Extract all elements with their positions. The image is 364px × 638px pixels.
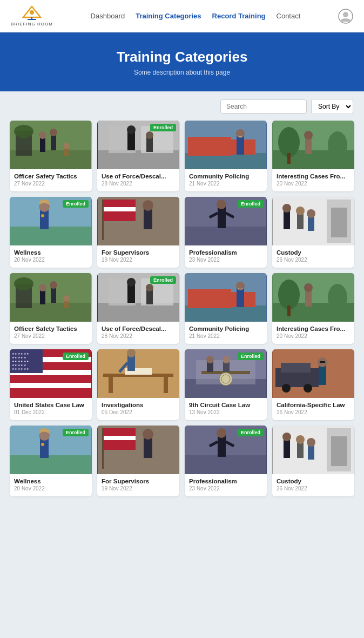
card-title: Community Policing (189, 325, 262, 332)
card-body: Use of Force/Descal... 28 Nov 2022 (97, 169, 179, 191)
card-item[interactable]: Enrolled Use of Force/Descal... 28 Nov 2… (97, 121, 179, 191)
svg-rect-151 (102, 428, 104, 469)
card-image (272, 121, 354, 169)
svg-rect-137 (319, 364, 326, 385)
card-body: Officer Safety Tactics 27 Nov 2022 (10, 322, 92, 344)
card-image (185, 273, 267, 322)
card-item[interactable]: For Supervisors 19 Nov 2022 (97, 426, 179, 496)
card-title: Officer Safety Tactics (14, 325, 87, 332)
card-item[interactable]: Community Policing 21 Nov 2022 (185, 121, 267, 191)
card-item[interactable]: Custody 26 Nov 2022 (272, 426, 354, 496)
nav-training-categories[interactable]: Training Categories (136, 12, 201, 20)
card-item[interactable]: Custody 26 Nov 2022 (272, 197, 354, 268)
card-item[interactable]: Officer Safety Tactics 27 Nov 2022 (10, 273, 92, 344)
svg-rect-55 (218, 207, 226, 228)
svg-rect-107 (10, 388, 91, 398)
svg-rect-155 (185, 455, 266, 474)
svg-rect-73 (40, 289, 45, 304)
svg-point-169 (307, 438, 315, 447)
card-item[interactable]: Enrolled Use of Force/Descal... 28 Nov 2… (97, 273, 179, 344)
card-item[interactable]: Officer Safety Tactics 27 Nov 2022 (10, 121, 92, 191)
svg-point-7 (343, 12, 348, 17)
svg-rect-14 (51, 134, 56, 150)
card-item[interactable]: Interesting Cases Fro... 20 Nov 2022 (272, 273, 354, 344)
svg-point-165 (282, 433, 291, 441)
card-item[interactable]: Interesting Cases Fro... 20 Nov 2022 (272, 121, 354, 191)
card-date: 20 Nov 2022 (277, 333, 350, 339)
card-item[interactable]: Enrolled Wellness 20 Nov 2022 (10, 197, 92, 268)
nav-links: Dashboard Training Categories Record Tra… (91, 12, 301, 20)
card-item[interactable]: California-Specific Law 16 Nov 2022 (272, 349, 354, 420)
card-item[interactable]: Investigations 05 Dec 2022 (97, 349, 179, 420)
card-item[interactable]: ★ ★ ★ ★ ★ ★ ★ ★ ★ ★ ★ ★ ★ ★ ★ ★ ★ ★ ★ ★ … (10, 349, 92, 420)
card-item[interactable]: Enrolled 9th Circuit Case Law 13 Nov 202… (185, 349, 267, 420)
svg-point-38 (304, 131, 313, 139)
svg-rect-48 (103, 211, 136, 216)
card-image (272, 273, 354, 322)
svg-point-74 (39, 284, 46, 291)
svg-rect-46 (103, 200, 136, 207)
nav-dashboard[interactable]: Dashboard (91, 12, 125, 20)
svg-rect-105 (10, 375, 91, 383)
card-body: Interesting Cases Fro... 20 Nov 2022 (272, 322, 354, 344)
card-date: 20 Nov 2022 (14, 486, 87, 491)
card-item[interactable]: Enrolled Professionalism 23 Nov 2022 (185, 197, 267, 268)
user-icon[interactable] (338, 9, 353, 24)
svg-rect-148 (103, 436, 136, 440)
card-date: 20 Nov 2022 (277, 181, 350, 187)
sort-select[interactable]: Sort By (311, 99, 353, 114)
card-date: 19 Nov 2022 (102, 257, 175, 263)
card-body: Officer Safety Tactics 27 Nov 2022 (10, 169, 92, 191)
svg-point-76 (50, 281, 57, 289)
svg-rect-24 (146, 137, 153, 152)
card-image (272, 349, 354, 398)
enrolled-badge: Enrolled (150, 276, 176, 284)
svg-point-129 (223, 356, 230, 363)
card-body: Use of Force/Descal... 28 Nov 2022 (97, 322, 179, 344)
card-body: For Supervisors 19 Nov 2022 (97, 245, 179, 268)
svg-point-84 (127, 278, 136, 287)
toolbar: Sort By (0, 91, 364, 118)
card-image (272, 197, 354, 245)
card-title: Professionalism (189, 249, 262, 256)
nav-record-training[interactable]: Record Training (212, 12, 266, 20)
svg-rect-91 (237, 288, 244, 307)
svg-rect-96 (287, 305, 291, 316)
card-image (185, 121, 267, 169)
hero-section: Training Categories Some description abo… (0, 32, 364, 91)
card-item[interactable]: Community Policing 21 Nov 2022 (185, 273, 267, 344)
svg-point-86 (146, 284, 153, 291)
svg-point-157 (217, 428, 226, 438)
svg-point-56 (217, 200, 226, 209)
card-title: Interesting Cases Fro... (277, 173, 350, 180)
logo[interactable]: BRIEFING ROOM (11, 5, 53, 26)
search-input[interactable] (220, 99, 307, 114)
card-image (10, 121, 92, 169)
svg-rect-156 (218, 435, 226, 457)
enrolled-badge: Enrolled (63, 353, 89, 360)
card-date: 21 Nov 2022 (189, 181, 262, 187)
svg-rect-12 (40, 137, 45, 152)
svg-rect-49 (103, 216, 136, 221)
card-image (272, 426, 354, 474)
card-date: 27 Nov 2022 (14, 333, 87, 339)
svg-point-127 (206, 356, 214, 363)
svg-point-144 (41, 443, 44, 446)
nav-contact[interactable]: Contact (277, 12, 301, 20)
card-body: Custody 26 Nov 2022 (272, 474, 354, 496)
card-title: United States Case Law (14, 402, 87, 408)
svg-rect-134 (281, 363, 311, 373)
svg-rect-67 (308, 216, 314, 231)
card-item[interactable]: For Supervisors 19 Nov 2022 (97, 197, 179, 268)
card-title: Investigations (102, 402, 175, 408)
svg-point-11 (14, 125, 33, 138)
card-image: ★ ★ ★ ★ ★ ★ ★ ★ ★ ★ ★ ★ ★ ★ ★ ★ ★ ★ ★ ★ … (10, 349, 92, 398)
card-item[interactable]: Enrolled Professionalism 23 Nov 2022 (185, 426, 267, 496)
svg-point-136 (304, 384, 312, 393)
card-image (97, 349, 179, 398)
card-body: Interesting Cases Fro... 20 Nov 2022 (272, 169, 354, 191)
card-item[interactable]: Enrolled Wellness 20 Nov 2022 (10, 426, 92, 496)
svg-point-95 (278, 280, 300, 310)
page-description: Some description about this page (11, 69, 353, 76)
card-image (10, 273, 92, 322)
